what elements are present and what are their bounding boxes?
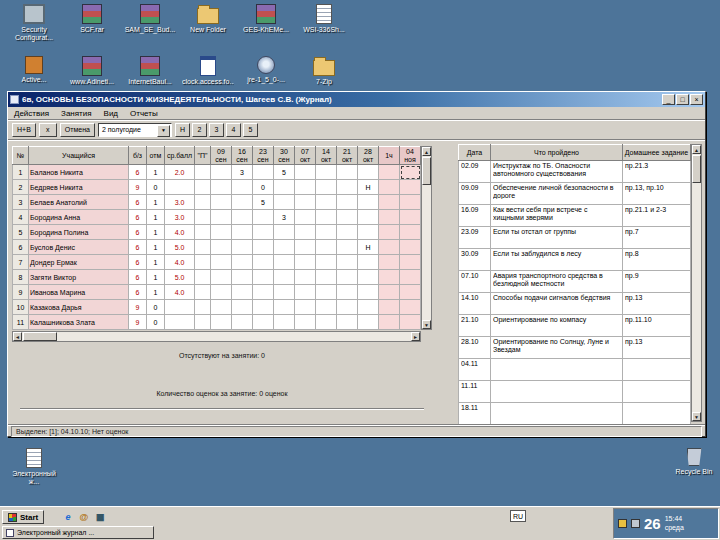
grade-cell[interactable] [211, 180, 232, 195]
grade-cell[interactable] [274, 180, 295, 195]
grade-cell[interactable] [211, 315, 232, 330]
grade-cell[interactable] [232, 180, 253, 195]
lesson-topic[interactable]: Если ты заблудился в лесу [491, 249, 623, 271]
desktop-icon[interactable]: SCF.rar [66, 4, 118, 42]
grade-cell[interactable] [253, 255, 274, 270]
grade-cell[interactable] [358, 315, 379, 330]
desktop-icon[interactable]: GES-KhEMe... [240, 4, 292, 42]
grade-cell[interactable] [211, 300, 232, 315]
grade-button[interactable]: Н [175, 123, 190, 137]
grade-cell[interactable] [316, 225, 337, 240]
student-name[interactable]: Белаев Анатолий [29, 195, 129, 210]
grade-cell[interactable] [379, 255, 400, 270]
grade-cell[interactable] [379, 165, 400, 180]
desktop-icon[interactable]: jre-1_5_0-... [240, 56, 292, 86]
grade-cell[interactable] [295, 270, 316, 285]
taskbar-task-button[interactable]: Электронный журнал ... [2, 526, 154, 539]
grade-cell[interactable] [316, 285, 337, 300]
grade-cell[interactable] [379, 300, 400, 315]
grade-cell[interactable] [400, 180, 421, 195]
grade-cell[interactable] [232, 225, 253, 240]
grade-cell[interactable] [211, 225, 232, 240]
grade-cell[interactable] [211, 240, 232, 255]
student-name[interactable]: Калашникова Злата [29, 315, 129, 330]
journal-horizontal-scrollbar[interactable]: ◄ ► [12, 331, 421, 342]
grade-cell[interactable] [358, 300, 379, 315]
nv-button[interactable]: Н+В [12, 123, 36, 137]
grade-button[interactable]: 5 [243, 123, 258, 137]
scroll-down-icon[interactable]: ▼ [692, 412, 701, 421]
lesson-topic[interactable] [491, 381, 623, 403]
lesson-topic[interactable]: Ориентирование по компасу [491, 315, 623, 337]
grade-cell[interactable] [400, 300, 421, 315]
grade-cell[interactable] [295, 315, 316, 330]
grade-cell[interactable]: 0 [253, 180, 274, 195]
grade-cell[interactable] [274, 255, 295, 270]
scrollbar-thumb[interactable] [23, 332, 57, 341]
grade-cell[interactable] [295, 180, 316, 195]
lesson-topic[interactable]: Инструктаж по ТБ. Опасности автономного … [491, 161, 623, 183]
tray-icon-1[interactable] [618, 519, 627, 528]
grade-cell[interactable] [337, 165, 358, 180]
scroll-left-icon[interactable]: ◄ [13, 332, 22, 341]
grade-cell[interactable] [337, 180, 358, 195]
grade-cell[interactable] [232, 285, 253, 300]
grade-cell[interactable]: 5 [274, 165, 295, 180]
grade-cell[interactable] [295, 225, 316, 240]
grade-cell[interactable] [295, 210, 316, 225]
grade-cell[interactable] [295, 165, 316, 180]
student-name[interactable]: Иванова Марина [29, 285, 129, 300]
mail-icon[interactable]: @ [78, 511, 90, 523]
desktop-icon[interactable]: New Folder [182, 4, 234, 42]
student-name[interactable]: Дондер Ермак [29, 255, 129, 270]
grade-cell[interactable] [337, 255, 358, 270]
desktop-icon[interactable]: Active... [8, 56, 60, 86]
desktop-icon[interactable]: InternetBaul... [124, 56, 176, 86]
grade-button[interactable]: 4 [226, 123, 241, 137]
grade-cell[interactable] [295, 195, 316, 210]
grade-cell[interactable] [400, 225, 421, 240]
grade-cell[interactable] [232, 195, 253, 210]
grade-cell[interactable] [211, 255, 232, 270]
grade-cell[interactable] [337, 315, 358, 330]
lesson-topic[interactable] [491, 403, 623, 425]
grade-cell[interactable] [337, 270, 358, 285]
grade-cell[interactable] [295, 285, 316, 300]
grade-cell[interactable] [379, 315, 400, 330]
menu-item[interactable]: Вид [104, 109, 118, 118]
grade-cell[interactable] [400, 210, 421, 225]
grade-cell[interactable] [316, 165, 337, 180]
grade-cell[interactable] [337, 225, 358, 240]
student-name[interactable]: Буслов Денис [29, 240, 129, 255]
internet-explorer-icon[interactable]: e [62, 511, 74, 523]
grade-cell[interactable] [400, 255, 421, 270]
student-name[interactable]: Бедряев Никита [29, 180, 129, 195]
start-button[interactable]: Start [2, 510, 44, 524]
grade-cell[interactable] [232, 210, 253, 225]
grade-cell[interactable] [274, 315, 295, 330]
grade-button[interactable]: 3 [209, 123, 224, 137]
lessons-vertical-scrollbar[interactable]: ▲ ▼ [691, 144, 702, 422]
lesson-topic[interactable]: Если ты отстал от группы [491, 227, 623, 249]
grade-cell[interactable] [379, 240, 400, 255]
grade-cell[interactable] [316, 195, 337, 210]
grade-cell[interactable] [211, 210, 232, 225]
grade-cell[interactable] [358, 225, 379, 240]
lesson-topic[interactable]: Ориентирование по Солнцу, Луне и Звездам [491, 337, 623, 359]
scrollbar-thumb[interactable] [692, 155, 701, 183]
grade-cell[interactable] [358, 255, 379, 270]
grade-cell[interactable] [232, 300, 253, 315]
grade-cell[interactable] [274, 195, 295, 210]
grade-cell[interactable] [211, 195, 232, 210]
grade-cell[interactable] [337, 210, 358, 225]
student-name[interactable]: Баланов Никита [29, 165, 129, 180]
lesson-topic[interactable]: Обеспечение личной безопасности в дороге [491, 183, 623, 205]
grade-cell[interactable] [253, 300, 274, 315]
grade-cell[interactable] [358, 270, 379, 285]
grade-cell[interactable] [232, 315, 253, 330]
grade-cell[interactable] [274, 240, 295, 255]
student-name[interactable]: Бородина Полина [29, 225, 129, 240]
grade-cell[interactable] [358, 165, 379, 180]
grade-cell[interactable] [253, 270, 274, 285]
grade-cell[interactable] [337, 300, 358, 315]
